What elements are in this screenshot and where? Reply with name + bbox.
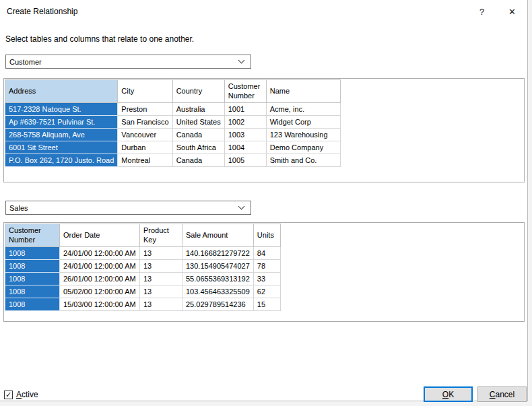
table-cell[interactable]: 517-2328 Natoque St. [5, 102, 118, 115]
table-cell[interactable]: 05/02/00 12:00:00 AM [60, 285, 140, 298]
close-icon: ✕ [508, 7, 516, 17]
column-header[interactable]: City [118, 80, 172, 103]
cancel-button[interactable]: Cancel [477, 386, 527, 402]
table-cell[interactable]: 1008 [5, 298, 60, 310]
table-cell[interactable]: Demo Company [266, 141, 340, 154]
header-row: Customer NumberOrder DateProduct KeySale… [5, 224, 281, 247]
table-cell[interactable]: 25.029789514236 [182, 298, 254, 310]
column-header[interactable]: Country [172, 80, 224, 103]
table-cell[interactable]: 24/01/00 12:00:00 AM [60, 246, 140, 259]
chevron-down-icon [238, 57, 245, 64]
active-checkbox-label: Active [16, 390, 38, 399]
table-cell[interactable]: 62 [253, 285, 280, 298]
help-button[interactable]: ? [467, 0, 497, 23]
table-cell[interactable]: 1003 [224, 128, 266, 141]
table-cell[interactable]: Durban [118, 141, 172, 154]
table-row: 100824/01/00 12:00:00 AM13140.1668212797… [5, 246, 281, 259]
table-cell[interactable]: P.O. Box 262, 1720 Justo. Road [5, 154, 118, 166]
table-cell[interactable]: United States [172, 115, 224, 128]
table-cell[interactable]: 123 Warehousing [266, 128, 340, 141]
checkbox-checked-icon: ✓ [4, 391, 13, 399]
table-cell[interactable]: 13 [140, 298, 182, 310]
table-row: 6001 Sit StreetDurbanSouth Africa1004Dem… [5, 141, 341, 154]
table-cell[interactable]: 24/01/00 12:00:00 AM [60, 259, 140, 272]
table-cell[interactable]: 13 [140, 285, 182, 298]
table1-select-value: Customer [9, 58, 42, 66]
instruction-text: Select tables and columns that relate to… [5, 34, 194, 44]
table-row: P.O. Box 262, 1720 Justo. RoadMontrealCa… [5, 154, 341, 166]
chevron-down-icon [238, 203, 245, 210]
table-row: Ap #639-7521 Pulvinar St.San FranciscoUn… [5, 115, 341, 128]
table-cell[interactable]: 84 [253, 246, 280, 259]
table-cell[interactable]: Ap #639-7521 Pulvinar St. [5, 115, 118, 128]
column-header[interactable]: Customer Number [224, 80, 266, 103]
table1-preview-box: AddressCityCountryCustomer NumberName517… [3, 78, 525, 182]
table-cell[interactable]: 140.166821279722 [182, 246, 254, 259]
table-cell[interactable]: 6001 Sit Street [5, 141, 118, 154]
active-checkbox[interactable]: ✓ Active [4, 390, 38, 399]
table-cell[interactable]: 55.0655369313192 [182, 272, 254, 285]
table-cell[interactable]: 13 [140, 259, 182, 272]
table-row: 517-2328 Natoque St.PrestonAustralia1001… [5, 102, 341, 115]
column-header[interactable]: Order Date [60, 224, 140, 247]
checkmark-icon: ✓ [5, 391, 11, 399]
column-header[interactable]: Address [5, 80, 118, 103]
titlebar-buttons: ? ✕ [467, 0, 527, 23]
table-cell[interactable]: 1008 [5, 259, 60, 272]
table-cell[interactable]: 1008 [5, 246, 60, 259]
column-header[interactable]: Customer Number [5, 224, 60, 247]
table-row: 100824/01/00 12:00:00 AM13130.1549054740… [5, 259, 281, 272]
table-cell[interactable]: 1008 [5, 272, 60, 285]
table-cell[interactable]: 1004 [224, 141, 266, 154]
table-cell[interactable]: 1005 [224, 154, 266, 166]
table-row: 100826/01/00 12:00:00 AM1355.06553693131… [5, 272, 281, 285]
dialog-title: Create Relationship [7, 7, 77, 16]
cancel-button-label: Cancel [490, 390, 514, 399]
table-cell[interactable]: Preston [118, 102, 172, 115]
titlebar: Create Relationship ? ✕ [0, 0, 527, 23]
table-cell[interactable]: 33 [253, 272, 280, 285]
table-cell[interactable]: South Africa [172, 141, 224, 154]
table2-preview: Customer NumberOrder DateProduct KeySale… [5, 224, 281, 311]
table-cell[interactable]: Australia [172, 102, 224, 115]
table-cell[interactable]: Montreal [118, 154, 172, 166]
table-cell[interactable]: 1001 [224, 102, 266, 115]
table1-preview: AddressCityCountryCustomer NumberName517… [5, 79, 341, 167]
table2-preview-box: Customer NumberOrder DateProduct KeySale… [3, 222, 525, 322]
desktop-background: Create Relationship ? ✕ Select tables an… [0, 0, 532, 406]
table2-select[interactable]: Sales [5, 201, 251, 215]
table-row: 100815/03/00 12:00:00 AM1325.02978951423… [5, 298, 281, 310]
table-cell[interactable]: Acme, inc. [266, 102, 340, 115]
table-cell[interactable]: 1002 [224, 115, 266, 128]
table-row: 268-5758 Aliquam, AveVancouverCanada1003… [5, 128, 341, 141]
table-cell[interactable]: 15/03/00 12:00:00 AM [60, 298, 140, 310]
ok-button[interactable]: OK [424, 386, 473, 402]
column-header[interactable]: Units [253, 224, 280, 247]
table-cell[interactable]: 130.154905474027 [182, 259, 254, 272]
column-header[interactable]: Sale Amount [182, 224, 254, 247]
column-header[interactable]: Product Key [140, 224, 182, 247]
column-header[interactable]: Name [266, 80, 340, 103]
table-cell[interactable]: San Francisco [118, 115, 172, 128]
table-cell[interactable]: 13 [140, 272, 182, 285]
table-cell[interactable]: Widget Corp [266, 115, 340, 128]
table1-select[interactable]: Customer [5, 55, 251, 69]
table-cell[interactable]: Smith and Co. [266, 154, 340, 166]
table-cell[interactable]: Vancouver [118, 128, 172, 141]
create-relationship-dialog: Create Relationship ? ✕ Select tables an… [0, 0, 528, 401]
table-cell[interactable]: Canada [172, 154, 224, 166]
close-button[interactable]: ✕ [497, 0, 527, 23]
table-row: 100805/02/00 12:00:00 AM13103.4564633255… [5, 285, 281, 298]
table-cell[interactable]: Canada [172, 128, 224, 141]
help-icon: ? [479, 7, 484, 17]
table-cell[interactable]: 103.456463325509 [182, 285, 254, 298]
table-cell[interactable]: 1008 [5, 285, 60, 298]
table-cell[interactable]: 268-5758 Aliquam, Ave [5, 128, 118, 141]
header-row: AddressCityCountryCustomer NumberName [5, 80, 341, 103]
table-cell[interactable]: 26/01/00 12:00:00 AM [60, 272, 140, 285]
table-cell[interactable]: 13 [140, 246, 182, 259]
table-cell[interactable]: 78 [253, 259, 280, 272]
ok-button-label: OK [442, 390, 454, 399]
table2-select-value: Sales [9, 204, 28, 212]
table-cell[interactable]: 15 [253, 298, 280, 310]
